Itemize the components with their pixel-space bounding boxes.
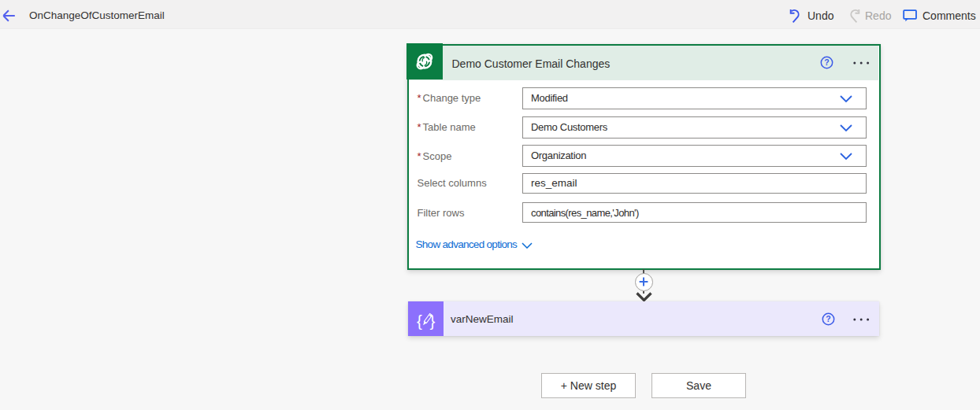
svg-text:?: ? — [824, 57, 829, 67]
svg-text:?: ? — [826, 314, 830, 323]
svg-text:{: { — [417, 312, 422, 330]
